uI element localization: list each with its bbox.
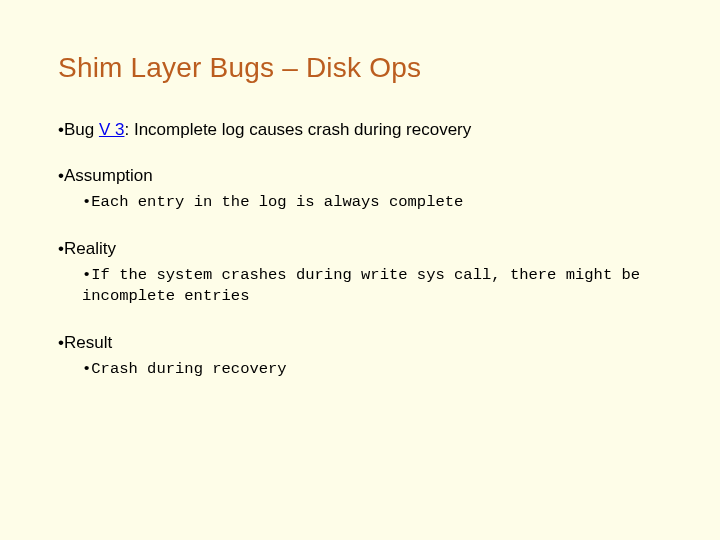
bug-link[interactable]: V 3 bbox=[99, 120, 125, 139]
result-detail: • Crash during recovery bbox=[82, 359, 662, 380]
reality-detail: • If the system crashes during write sys… bbox=[82, 265, 662, 307]
bullet-icon: • bbox=[82, 359, 91, 380]
slide: Shim Layer Bugs – Disk Ops • Bug V 3: In… bbox=[0, 0, 720, 540]
assumption-text: Each entry in the log is always complete bbox=[91, 193, 463, 211]
reality-label: Reality bbox=[64, 239, 116, 258]
assumption-heading: • Assumption bbox=[58, 166, 662, 186]
reality-heading: • Reality bbox=[58, 239, 662, 259]
result-label: Result bbox=[64, 333, 112, 352]
assumption-label: Assumption bbox=[64, 166, 153, 185]
bug-suffix: : Incomplete log causes crash during rec… bbox=[124, 120, 471, 139]
reality-text: If the system crashes during write sys c… bbox=[82, 266, 640, 305]
bullet-icon: • bbox=[82, 265, 91, 286]
bug-prefix: Bug bbox=[64, 120, 99, 139]
slide-title: Shim Layer Bugs – Disk Ops bbox=[58, 52, 662, 84]
assumption-detail: • Each entry in the log is always comple… bbox=[82, 192, 662, 213]
bullet-icon: • bbox=[82, 192, 91, 213]
result-heading: • Result bbox=[58, 333, 662, 353]
result-text: Crash during recovery bbox=[91, 360, 286, 378]
bug-line: • Bug V 3: Incomplete log causes crash d… bbox=[58, 120, 662, 140]
